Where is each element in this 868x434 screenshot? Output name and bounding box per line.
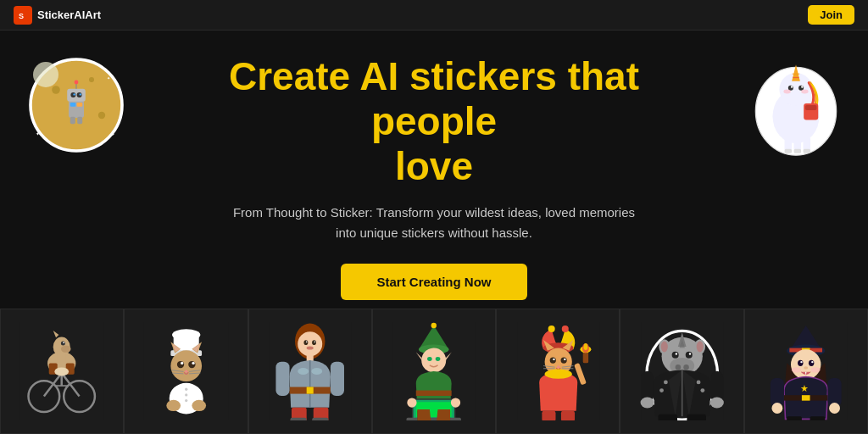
logo-text: StickerAIArt	[37, 8, 101, 21]
svg-rect-51	[58, 350, 66, 364]
gallery-item-elf	[372, 309, 496, 434]
svg-point-63	[170, 350, 202, 381]
svg-rect-143	[542, 410, 555, 420]
svg-point-166	[659, 388, 664, 392]
svg-point-160	[683, 364, 688, 370]
svg-point-3	[52, 86, 60, 94]
svg-point-79	[192, 399, 206, 410]
svg-point-4	[89, 77, 94, 82]
svg-point-68	[177, 360, 184, 367]
svg-point-16	[75, 81, 79, 85]
svg-point-130	[553, 358, 554, 359]
svg-rect-9	[77, 103, 83, 107]
svg-point-118	[451, 398, 460, 407]
sticker-gallery: ★	[0, 309, 868, 434]
svg-text:✦: ✦	[107, 76, 110, 81]
svg-point-183	[811, 361, 813, 363]
gallery-item-llama	[0, 309, 124, 434]
hero-sticker-left: ✦ ✦ ✦	[25, 54, 127, 156]
svg-point-194	[829, 403, 840, 414]
logo: S StickerAIArt	[14, 6, 101, 25]
svg-point-193	[772, 403, 783, 414]
svg-point-181	[809, 359, 814, 365]
svg-point-14	[80, 93, 81, 95]
gallery-item-witch: ★	[744, 309, 868, 434]
svg-point-128	[549, 357, 555, 363]
svg-point-90	[307, 346, 314, 349]
hero-title: Create AI stickers that people love	[171, 54, 697, 189]
svg-point-87	[312, 340, 316, 345]
svg-text:★: ★	[800, 383, 809, 393]
svg-rect-35	[805, 105, 816, 110]
hero-sticker-right	[749, 54, 843, 156]
svg-rect-195	[787, 416, 802, 421]
svg-text:S: S	[19, 12, 24, 20]
svg-point-82	[185, 399, 187, 402]
svg-point-170	[640, 397, 654, 408]
svg-rect-41	[804, 149, 811, 153]
gallery-item-jester-cat	[496, 309, 620, 434]
svg-point-93	[298, 368, 309, 375]
svg-rect-189	[802, 395, 810, 400]
svg-point-88	[306, 341, 308, 342]
svg-rect-10	[67, 89, 86, 102]
svg-rect-17	[70, 117, 75, 124]
svg-point-13	[73, 93, 75, 95]
svg-point-54	[64, 342, 65, 343]
svg-point-33	[801, 90, 809, 94]
svg-rect-144	[560, 410, 574, 420]
svg-text:✦: ✦	[112, 133, 115, 136]
svg-point-186	[792, 367, 801, 372]
svg-point-106	[431, 322, 437, 327]
svg-point-31	[801, 86, 803, 87]
svg-point-171	[710, 397, 724, 408]
svg-rect-172	[658, 414, 677, 420]
svg-point-89	[314, 341, 316, 342]
navbar: S StickerAIArt Join	[0, 0, 868, 31]
svg-rect-112	[416, 390, 452, 395]
svg-rect-191	[771, 378, 784, 407]
svg-point-159	[675, 364, 680, 370]
svg-point-154	[671, 351, 678, 358]
svg-point-53	[61, 341, 65, 345]
svg-point-61	[172, 329, 200, 340]
gallery-item-knight	[248, 309, 372, 434]
svg-point-94	[311, 368, 322, 375]
join-button[interactable]: Join	[808, 5, 854, 25]
svg-rect-40	[794, 149, 802, 153]
svg-point-32	[783, 90, 791, 94]
svg-point-137	[544, 369, 571, 378]
hero-content: Create AI stickers that people love From…	[171, 54, 697, 300]
svg-point-187	[810, 367, 820, 372]
svg-point-129	[560, 357, 566, 363]
svg-point-6	[33, 62, 58, 87]
svg-rect-8	[70, 103, 76, 107]
svg-point-152	[661, 341, 668, 352]
svg-point-80	[185, 387, 187, 390]
svg-point-117	[408, 398, 417, 407]
svg-point-122	[548, 326, 554, 332]
hero-subtitle: From Thought to Sticker: Transform your …	[231, 203, 637, 243]
cta-button[interactable]: Start Creating Now	[341, 264, 526, 300]
gallery-item-rhino	[620, 309, 743, 434]
svg-point-123	[561, 326, 568, 332]
svg-point-184	[804, 366, 808, 369]
svg-point-155	[686, 351, 693, 358]
logo-icon: S	[14, 6, 32, 25]
svg-rect-98	[331, 361, 344, 395]
svg-rect-97	[275, 361, 289, 395]
svg-point-180	[798, 359, 803, 365]
svg-point-107	[421, 348, 446, 372]
svg-point-29	[798, 86, 804, 91]
svg-point-142	[583, 343, 587, 350]
svg-point-131	[564, 358, 565, 359]
svg-point-156	[675, 353, 676, 354]
svg-point-157	[689, 353, 691, 354]
svg-rect-39	[785, 149, 793, 153]
svg-point-71	[192, 361, 194, 364]
svg-point-110	[427, 357, 432, 361]
gallery-item-chef-cat	[124, 309, 248, 434]
svg-point-165	[696, 380, 700, 384]
svg-text:✦: ✦	[36, 131, 40, 136]
svg-rect-18	[77, 117, 82, 124]
